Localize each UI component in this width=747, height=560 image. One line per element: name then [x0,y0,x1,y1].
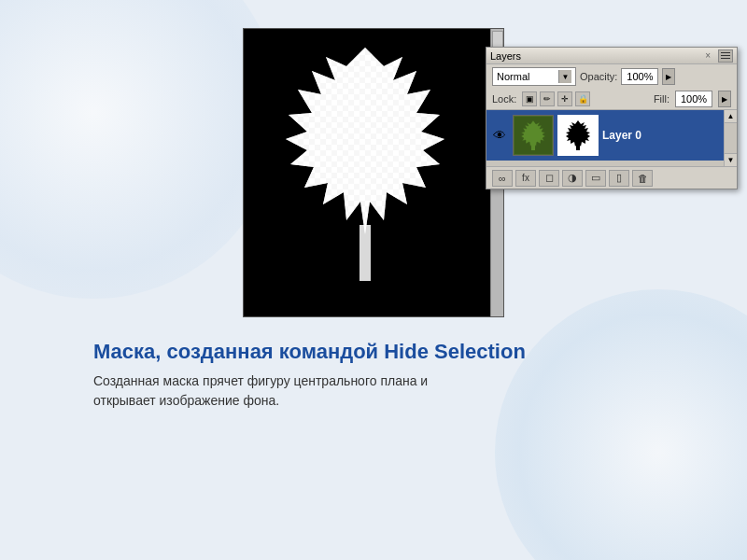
layer-visibility-toggle[interactable]: 👁 [490,126,509,145]
menu-line-3 [721,58,730,59]
main-canvas [243,28,504,317]
text-section: Маска, созданная командой Hide Selection… [84,340,663,411]
layer-list: 👁 [486,110,737,166]
description-line-1: Созданная маска прячет фигуру центрально… [93,373,428,388]
layers-panel: Layers × Normal ▼ Opacity: [486,47,738,189]
blend-dropdown-arrow[interactable]: ▼ [558,70,571,83]
new-layer-btn[interactable]: ▯ [609,170,629,187]
panel-close-x: × [705,50,711,61]
description-text: Созданная маска прячет фигуру центрально… [93,371,654,411]
delete-layer-btn[interactable]: 🗑 [632,170,653,187]
lock-image-btn[interactable]: ✏ [540,91,555,106]
eye-icon: 👁 [493,128,506,143]
link-icon: ∞ [499,173,506,184]
scroll-up-arrow[interactable]: ▲ [725,110,737,123]
layer-color-thumbnail [513,115,554,156]
svg-rect-9 [576,143,580,150]
svg-rect-5 [359,225,371,281]
menu-line-1 [721,52,730,53]
layers-bottom-toolbar: ∞ fx ◻ ◑ ▭ ▯ 🗑 [486,166,737,189]
fill-label: Fill: [654,93,669,105]
trash-icon: 🗑 [638,173,648,184]
lock-icons: ▣ ✏ ✛ 🔒 [522,91,590,106]
description-line-2: открывает изображение фона. [93,393,279,408]
leaf-image-svg [253,38,477,304]
canvas-content [253,38,477,304]
content-area: Layers × Normal ▼ Opacity: [0,0,747,439]
lock-transparent-btn[interactable]: ▣ [522,91,537,106]
blend-mode-dropdown[interactable]: Normal ▼ [492,67,576,86]
layers-menu-button[interactable] [718,49,733,63]
blend-mode-value: Normal [497,71,529,82]
lock-position-btn[interactable]: ✛ [557,91,572,106]
adjustment-btn[interactable]: ◑ [562,170,583,187]
blend-opacity-row: Normal ▼ Opacity: 100% ▶ [486,64,737,89]
layer-styles-btn[interactable]: fx [515,170,536,187]
fx-icon: fx [522,173,529,183]
lock-all-btn[interactable]: 🔒 [575,91,590,106]
layers-panel-title: Layers [490,50,521,62]
link-layers-btn[interactable]: ∞ [492,170,513,187]
opacity-label: Opacity: [580,71,617,82]
group-btn[interactable]: ▭ [585,170,606,187]
group-icon: ▭ [591,172,600,184]
layers-title-controls: × [705,49,733,63]
new-layer-icon: ▯ [616,172,622,184]
menu-line-2 [721,55,730,56]
layer-mask-btn[interactable]: ◻ [539,170,559,187]
layer-item-0[interactable]: 👁 [486,110,737,161]
lock-label: Lock: [492,93,516,105]
main-title: Маска, созданная командой Hide Selection [93,340,654,364]
adjustment-icon: ◑ [568,172,577,184]
layer-thumb-svg [514,117,552,154]
svg-rect-7 [531,143,535,150]
layer-name-label: Layer 0 [602,129,733,142]
layer-mask-thumbnail [557,115,599,156]
mask-thumb-svg [559,117,597,154]
image-section: Layers × Normal ▼ Opacity: [243,28,504,317]
fill-value[interactable]: 100% [675,91,712,107]
opacity-arrow-btn[interactable]: ▶ [662,68,675,85]
scroll-down-arrow[interactable]: ▼ [725,153,737,166]
lock-row: Lock: ▣ ✏ ✛ 🔒 Fill: [486,89,737,110]
mask-icon: ◻ [545,172,554,184]
fill-arrow-btn[interactable]: ▶ [718,91,731,107]
opacity-value[interactable]: 100% [621,68,658,85]
layers-titlebar: Layers × [486,48,737,64]
layer-list-scrollbar[interactable]: ▲ ▼ [724,110,737,166]
